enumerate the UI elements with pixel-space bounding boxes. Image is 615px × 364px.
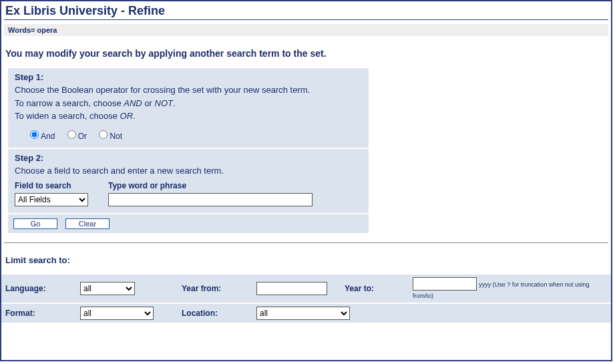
step1-line2e: .: [173, 98, 176, 108]
yearto-label: Year to:: [341, 275, 409, 303]
phrase-label: Type word or phrase: [108, 181, 313, 190]
limit-table: Language: all Year from: Year to: yyyy (…: [1, 275, 611, 324]
radio-not[interactable]: [99, 130, 108, 139]
step1-block: Step 1: Choose the Boolean operator for …: [8, 68, 369, 148]
go-button[interactable]: Go: [13, 218, 57, 229]
step1-and-em: AND: [124, 98, 142, 108]
step1-line1: Choose the Boolean operator for crossing…: [15, 85, 310, 95]
step2-block: Step 2: Choose a field to search and ent…: [8, 149, 369, 214]
step1-line3c: .: [133, 111, 136, 121]
language-label: Language:: [1, 275, 76, 303]
step1-not-em: NOT: [155, 98, 173, 108]
step1-line2c: or: [142, 98, 155, 108]
radio-not-label[interactable]: Not: [95, 132, 122, 141]
radio-and[interactable]: [30, 130, 39, 139]
phrase-input[interactable]: [108, 193, 313, 206]
radio-and-label[interactable]: And: [27, 132, 55, 141]
yearfrom-label: Year from:: [178, 275, 252, 303]
limit-title: Limit search to:: [1, 255, 611, 275]
step1-text: Choose the Boolean operator for crossing…: [15, 83, 362, 123]
step2-label: Step 2:: [15, 153, 362, 163]
location-select[interactable]: all: [256, 307, 350, 320]
radio-or[interactable]: [67, 130, 76, 139]
format-label: Format:: [1, 303, 76, 323]
title-divider: [4, 19, 608, 20]
step2-text: Choose a field to search and enter a new…: [15, 164, 362, 178]
yearfrom-input[interactable]: [256, 282, 327, 295]
radio-or-label[interactable]: Or: [64, 132, 87, 141]
words-bar: Words= opera: [4, 24, 608, 36]
step1-label: Step 1:: [15, 72, 362, 82]
language-select[interactable]: all: [80, 282, 135, 295]
step2-fields: Field to search All Fields Type word or …: [15, 177, 362, 206]
field-to-search-select[interactable]: All Fields: [15, 193, 88, 206]
button-row: Go Clear: [8, 214, 369, 233]
step1-line2a: To narrow a search, choose: [15, 98, 124, 108]
boolean-radio-row: And Or Not: [15, 123, 362, 141]
app-frame: Ex Libris University - Refine Words= ope…: [0, 0, 612, 361]
intro-text: You may modify your search by applying a…: [1, 41, 611, 68]
field-to-search-label: Field to search: [15, 181, 88, 190]
yearto-input[interactable]: [413, 277, 477, 291]
location-label: Location:: [178, 303, 252, 323]
clear-button[interactable]: Clear: [65, 218, 110, 229]
section-divider: [4, 242, 608, 243]
step1-line3a: To widen a search, choose: [15, 111, 120, 121]
format-select[interactable]: all: [80, 307, 154, 320]
page-title: Ex Libris University - Refine: [1, 1, 611, 19]
step1-or-em: OR: [120, 111, 134, 121]
